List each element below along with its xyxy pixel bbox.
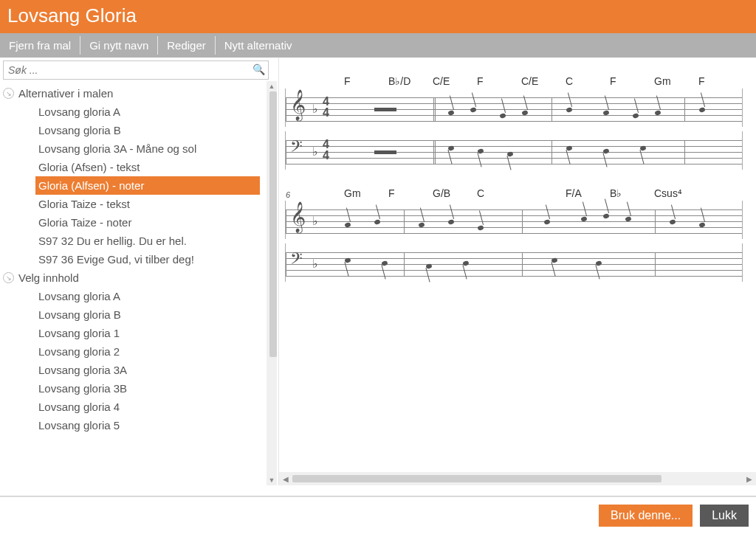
chord-label: C (566, 75, 610, 87)
toolbar-new-alternative[interactable]: Nytt alternativ (216, 36, 301, 55)
list-item[interactable]: Gloria Taize - noter (0, 213, 266, 232)
divider (0, 496, 756, 497)
list-item[interactable]: Lovsang gloria A (0, 103, 266, 121)
toolbar-rename[interactable]: Gi nytt navn (80, 36, 158, 55)
note (566, 107, 572, 113)
barline (655, 209, 656, 233)
note (344, 257, 351, 263)
scrollbar-track[interactable] (292, 474, 743, 484)
music-system: Gm F G/B C F/A B♭ Csus⁴ 6 𝄞 ♭ (285, 187, 743, 282)
search-input[interactable] (3, 60, 269, 80)
footer: Bruk denne... Lukk (0, 505, 756, 534)
chord-label: C (477, 187, 521, 199)
list-item[interactable]: Lovsang gloria 4 (0, 398, 266, 416)
key-signature: ♭ (312, 257, 318, 271)
scroll-down-icon[interactable]: ▼ (267, 475, 277, 485)
list-item[interactable]: Gloria Taize - tekst (0, 195, 266, 213)
toolbar-remove-from-template[interactable]: Fjern fra mal (0, 36, 80, 55)
chord-label: F (698, 75, 743, 87)
chord-label: Gm (344, 187, 388, 199)
horizontal-scrollbar[interactable]: ◀ ▶ (279, 472, 756, 485)
chord-label: F (477, 75, 521, 87)
chord-label: F (344, 75, 388, 87)
close-button[interactable]: Lukk (700, 505, 749, 527)
chevron-down-icon: ↘ (3, 88, 14, 99)
barline (522, 252, 523, 276)
note (602, 110, 609, 116)
alternatives-list[interactable]: ↘ Alternativer i malen Lovsang gloria A … (0, 81, 266, 485)
scrollbar-thumb[interactable] (292, 475, 662, 482)
key-signature: ♭ (312, 145, 318, 159)
note (344, 222, 351, 228)
note (462, 260, 469, 266)
list-item[interactable]: Lovsang gloria 3A - Måne og sol (0, 139, 266, 158)
chord-label: Gm (654, 75, 698, 87)
chord-label (521, 187, 566, 199)
barline (404, 209, 405, 233)
toolbar: Fjern fra mal Gi nytt navn Rediger Nytt … (0, 33, 756, 58)
note (381, 260, 388, 266)
barline (404, 252, 405, 276)
barline (551, 140, 552, 164)
note (566, 145, 572, 151)
bass-staff: 𝄢 ♭ (285, 243, 743, 282)
barline (551, 97, 552, 121)
note (602, 213, 609, 219)
scroll-right-icon[interactable]: ▶ (743, 475, 756, 483)
scroll-up-icon[interactable]: ▲ (267, 81, 277, 91)
measure-number: 6 (286, 190, 290, 199)
note (499, 113, 506, 119)
list-item[interactable]: Lovsang gloria 1 (0, 324, 266, 342)
multi-rest (374, 108, 396, 111)
treble-staff: 𝄞 ♭ 44 (285, 89, 743, 127)
note (477, 225, 484, 231)
chevron-down-icon: ↘ (3, 272, 14, 283)
sidebar: 🔍 ↘ Alternativer i malen Lovsang gloria … (0, 58, 279, 485)
chord-label: B♭ (610, 187, 654, 199)
chord-label: F/A (566, 187, 610, 199)
double-barline (433, 97, 436, 121)
list-item-selected[interactable]: Gloria (Alfsen) - noter (35, 176, 260, 195)
note (543, 219, 550, 225)
list-item[interactable]: Lovsang gloria A (0, 287, 266, 305)
window-title: Lovsang Gloria (0, 0, 756, 33)
chord-label (698, 187, 743, 199)
list-item[interactable]: Lovsang gloria 2 (0, 342, 266, 361)
barline (522, 209, 523, 233)
time-signature: 44 (323, 96, 329, 118)
toolbar-edit[interactable]: Rediger (158, 36, 216, 55)
list-item[interactable]: S97 36 Evige Gud, vi tilber deg! (0, 250, 266, 268)
group-header-choose-content[interactable]: ↘ Velg innhold (0, 268, 266, 287)
music-system: F B♭/D C/E F C/E C F Gm F 𝄞 ♭ 44 (285, 75, 743, 170)
barline (684, 97, 685, 121)
list-item[interactable]: Gloria (Afsen) - tekst (0, 158, 266, 176)
list-item[interactable]: Lovsang gloria 3A (0, 361, 266, 379)
note (669, 219, 676, 225)
group-title: Alternativer i malen (18, 87, 113, 100)
list-item[interactable]: S97 32 Du er hellig. Du er hel. (0, 232, 266, 250)
bass-staff: 𝄢 ♭ 44 (285, 131, 743, 170)
note (698, 107, 705, 113)
group-header-template-alternatives[interactable]: ↘ Alternativer i malen (0, 84, 266, 103)
search-icon[interactable]: 🔍 (252, 63, 265, 75)
chord-label: C/E (433, 75, 477, 87)
note (447, 145, 454, 151)
list-item[interactable]: Lovsang gloria B (0, 121, 266, 139)
barline (684, 140, 685, 164)
scrollbar-thumb[interactable] (269, 91, 277, 357)
note (521, 110, 528, 116)
note (470, 107, 476, 113)
key-signature: ♭ (312, 214, 318, 228)
note (506, 151, 513, 157)
note (580, 216, 587, 222)
list-item[interactable]: Lovsang gloria B (0, 305, 266, 324)
scroll-left-icon[interactable]: ◀ (279, 475, 292, 483)
list-item[interactable]: Lovsang gloria 5 (0, 416, 266, 434)
use-this-button[interactable]: Bruk denne... (599, 505, 693, 527)
list-item[interactable]: Lovsang gloria 3B (0, 379, 266, 398)
note (551, 257, 557, 263)
bass-clef-icon: 𝄢 (290, 251, 303, 270)
note (639, 145, 646, 151)
multi-rest (374, 150, 396, 154)
time-signature: 44 (323, 139, 329, 161)
